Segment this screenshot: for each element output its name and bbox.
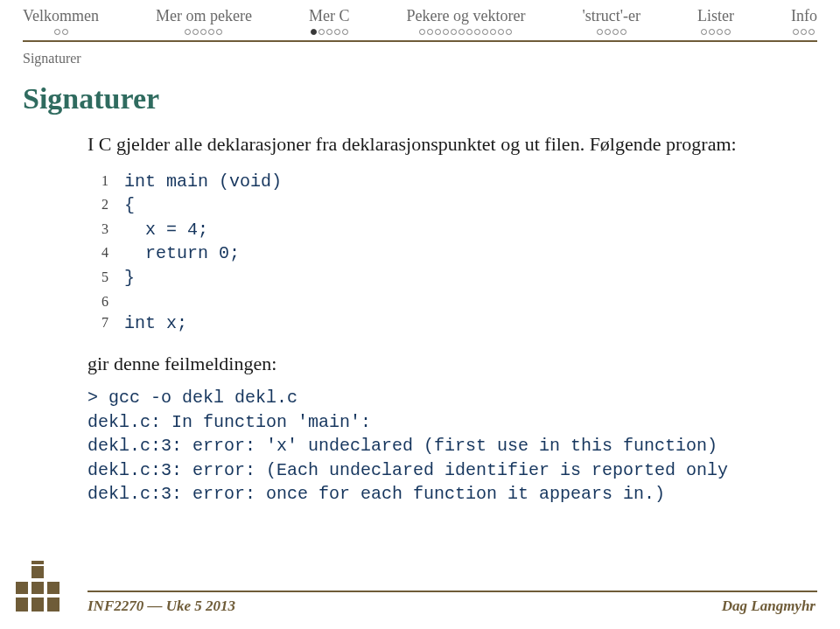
nav-section[interactable]: Lister (697, 7, 734, 35)
nav-section-label: Lister (697, 7, 734, 25)
progress-dot[interactable] (451, 29, 457, 35)
progress-dot[interactable] (498, 29, 504, 35)
nav-rule (23, 40, 817, 42)
progress-dot[interactable] (216, 29, 222, 35)
progress-dot[interactable] (185, 29, 191, 35)
nav-section-label: Info (791, 7, 817, 25)
code-lineno: 1 (88, 170, 108, 194)
progress-dot[interactable] (427, 29, 433, 35)
svg-rect-4 (32, 566, 44, 578)
code-text: int main (void) (124, 170, 282, 194)
nav-section-label: Mer om pekere (156, 7, 252, 25)
progress-dot[interactable] (709, 29, 715, 35)
progress-dot[interactable] (54, 29, 60, 35)
progress-dot[interactable] (334, 29, 340, 35)
slide-title: Signaturer (23, 82, 840, 115)
nav-section-label: Velkommen (23, 7, 99, 25)
nav-progress-dots (54, 29, 68, 35)
code-line: 7int x; (88, 311, 770, 336)
code-line: 4 return 0; (88, 241, 770, 266)
progress-dot[interactable] (326, 29, 332, 35)
nav-section-label: 'struct'-er (582, 7, 640, 25)
nav-progress-dots (701, 29, 731, 35)
code-lineno: 5 (88, 266, 108, 290)
progress-dot[interactable] (597, 29, 603, 35)
nav-progress-dots (311, 29, 348, 35)
progress-dot[interactable] (808, 29, 815, 35)
progress-dot[interactable] (801, 29, 807, 35)
nav-progress-dots (597, 29, 626, 35)
nav-progress-dots (419, 29, 512, 35)
code-text: { (124, 193, 135, 218)
progress-dot[interactable] (482, 29, 488, 35)
slide-content: I C gjelder alle deklarasjoner fra dekla… (88, 131, 770, 507)
progress-dot[interactable] (443, 29, 449, 35)
footer-rule (88, 591, 817, 592)
code-lineno: 6 (88, 290, 108, 311)
code-lineno: 2 (88, 193, 108, 218)
progress-dot[interactable] (435, 29, 441, 35)
code-line: 2{ (88, 193, 770, 218)
nav-section[interactable]: Pekere og vektorer (407, 7, 526, 35)
code-line: 5} (88, 266, 770, 290)
footer-right: Dag Langmyhr (722, 598, 816, 615)
svg-rect-5 (32, 561, 44, 564)
code-text: int x; (124, 311, 187, 336)
progress-dot[interactable] (506, 29, 512, 35)
nav-progress-dots (793, 29, 815, 35)
nav-sections: VelkommenMer om pekereMer CPekere og vek… (0, 0, 840, 35)
paragraph-2: gir denne feilmeldingen: (88, 351, 770, 377)
progress-dot[interactable] (612, 29, 619, 35)
code-line: 6 (88, 290, 770, 311)
code-text: x = 4; (124, 218, 208, 242)
nav-section-label: Mer C (309, 7, 350, 25)
code-lineno: 3 (88, 218, 108, 242)
error-line: dekl.c:3: error: 'x' undeclared (first u… (88, 434, 770, 458)
error-line: dekl.c: In function 'main': (88, 410, 770, 435)
progress-dot[interactable] (419, 29, 425, 35)
code-line: 1int main (void) (88, 170, 770, 194)
progress-dot[interactable] (458, 29, 465, 35)
progress-dot[interactable] (717, 29, 723, 35)
nav-section[interactable]: Mer C (309, 7, 350, 35)
progress-dot[interactable] (724, 29, 731, 35)
progress-dot[interactable] (605, 29, 611, 35)
code-lineno: 7 (88, 311, 108, 336)
slide-subtitle: Signaturer (23, 51, 840, 66)
nav-section[interactable]: 'struct'-er (582, 7, 640, 35)
nav-progress-dots (185, 29, 222, 35)
error-output: > gcc -o dekl dekl.cdekl.c: In function … (88, 386, 770, 507)
nav-section[interactable]: Info (791, 7, 817, 35)
progress-dot[interactable] (200, 29, 206, 35)
progress-dot[interactable] (701, 29, 707, 35)
error-line: dekl.c:3: error: (Each undeclared identi… (88, 458, 770, 483)
nav-section[interactable]: Velkommen (23, 7, 99, 35)
nav-section-label: Pekere og vektorer (407, 7, 526, 25)
progress-dot[interactable] (208, 29, 214, 35)
progress-dot[interactable] (342, 29, 348, 35)
error-line: > gcc -o dekl dekl.c (88, 386, 770, 410)
progress-dot[interactable] (620, 29, 626, 35)
error-line: dekl.c:3: error: once for each function … (88, 482, 770, 507)
code-line: 3 x = 4; (88, 218, 770, 242)
progress-dot[interactable] (311, 29, 317, 35)
paragraph-1: I C gjelder alle deklarasjoner fra dekla… (88, 131, 770, 157)
progress-dot[interactable] (62, 29, 68, 35)
footer: INF2270 — Uke 5 2013 Dag Langmyhr (0, 591, 840, 615)
footer-left: INF2270 — Uke 5 2013 (88, 598, 235, 615)
code-text: return 0; (124, 241, 240, 266)
code-listing: 1int main (void)2{3 x = 4;4 return 0;5}6… (88, 170, 770, 336)
progress-dot[interactable] (466, 29, 472, 35)
code-lineno: 4 (88, 241, 108, 266)
progress-dot[interactable] (192, 29, 199, 35)
nav-section[interactable]: Mer om pekere (156, 7, 252, 35)
progress-dot[interactable] (793, 29, 799, 35)
progress-dot[interactable] (490, 29, 496, 35)
code-text: } (124, 266, 135, 290)
progress-dot[interactable] (474, 29, 480, 35)
progress-dot[interactable] (318, 29, 325, 35)
